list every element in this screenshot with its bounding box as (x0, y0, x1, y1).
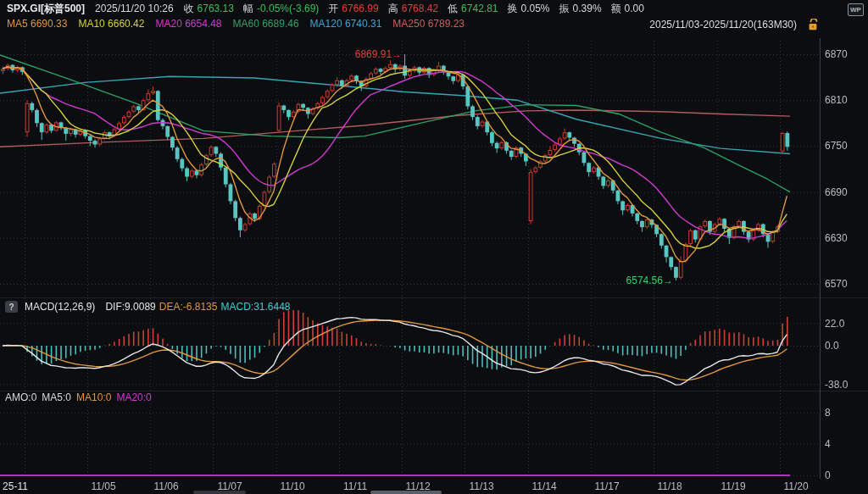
x-axis-label: 11/10 (280, 480, 304, 492)
macd-value: MACD:31.6448 (220, 301, 290, 313)
quote-fields: 收6763.13幅-0.05%(-3.69)开6766.99高6768.42低6… (184, 3, 644, 14)
amo-axis-tick: 4 (825, 438, 831, 450)
amo-axis-tick: 8 (825, 407, 831, 419)
x-axis-label: 11/20 (783, 480, 808, 492)
amo-field: MA20:0 (116, 391, 151, 403)
price-axis-tick: 6690 (825, 186, 848, 198)
price-axis-tick: 6870 (825, 48, 848, 60)
x-axis-label: 11/17 (594, 480, 619, 492)
price-extreme-annotation: 6869.91→ (355, 48, 402, 60)
stock-chart-window: SPX.GI[标普500] 2025/11/20 10:26 收6763.13幅… (0, 0, 868, 494)
x-axis-label: 11/11 (343, 480, 367, 492)
unlock-icon[interactable] (807, 19, 819, 31)
price-axis-tick: 6750 (825, 140, 848, 152)
amo-field: MA10:0 (76, 391, 111, 403)
date-range-label: 2025/11/03-2025/11/20(163M30) (0, 19, 797, 31)
quote-field-开: 开6766.99 (328, 3, 378, 14)
quote-field-幅: 幅-0.05%(-3.69) (243, 3, 319, 14)
quote-field-收: 收6763.13 (184, 3, 234, 14)
macd-pane-header: ? MACD(12,26,9) DIF:9.0089 DEA:-6.8135 M… (5, 301, 291, 313)
help-icon[interactable]: ? (5, 301, 18, 313)
price-axis-tick: 6570 (825, 278, 848, 290)
quote-field-换: 换0.05% (508, 3, 550, 14)
dif-value: DIF:9.0089 (105, 301, 155, 313)
quote-datetime: 2025/11/20 10:26 (95, 3, 174, 14)
macd-title[interactable]: MACD(12,26,9) (25, 301, 95, 313)
price-axis-tick: 6810 (825, 94, 848, 106)
wp-watermark-icon: WP (848, 3, 864, 16)
scrollbar-segment[interactable] (193, 491, 246, 494)
quote-field-低: 低6742.81 (448, 3, 498, 14)
x-axis-label: 11/14 (531, 480, 556, 492)
dea-value: DEA:-6.8135 (159, 301, 218, 313)
candlestick-chart-canvas[interactable] (0, 0, 868, 494)
quote-field-额: 额0.00 (611, 3, 644, 14)
macd-axis-tick: -38.0 (825, 379, 848, 391)
macd-axis-tick: 22.0 (825, 318, 844, 330)
amo-field: AMO:0 (5, 391, 36, 403)
amo-pane-header: AMO:0MA5:0MA10:0MA20:0 (5, 391, 152, 403)
x-axis-label: 11/19 (721, 480, 745, 492)
x-axis-label: 11/05 (91, 480, 115, 492)
x-axis-label: 11/13 (469, 480, 493, 492)
x-axis-label: 11/18 (657, 480, 682, 492)
amo-field: MA5:0 (42, 391, 71, 403)
price-extreme-annotation: 6574.56→ (626, 275, 673, 286)
amo-axis-tick: 0 (825, 469, 831, 481)
quote-field-高: 高6768.42 (388, 3, 438, 14)
quote-field-振: 振0.39% (559, 3, 602, 14)
macd-axis-tick: 0.0 (825, 340, 839, 352)
symbol-name[interactable]: SPX.GI[标普500] (7, 3, 85, 14)
x-axis-label: 11/06 (153, 480, 178, 492)
scrollbar-segment[interactable] (370, 491, 442, 494)
price-axis-tick: 6630 (825, 232, 848, 244)
x-axis-label: 25-11 (3, 480, 28, 492)
quote-header: SPX.GI[标普500] 2025/11/20 10:26 收6763.13幅… (7, 3, 644, 14)
